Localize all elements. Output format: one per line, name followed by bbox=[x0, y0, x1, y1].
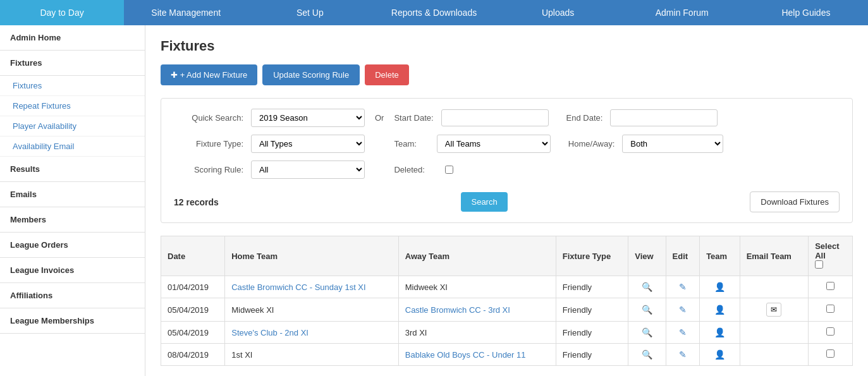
search-button[interactable]: Search bbox=[461, 192, 507, 212]
select-all-label: SelectAll bbox=[815, 241, 839, 260]
sidebar-item-affiliations[interactable]: Affiliations bbox=[0, 283, 145, 308]
sidebar-sub-player-availability[interactable]: Player Availability bbox=[0, 116, 145, 136]
cell-away-team: 3rd XI bbox=[398, 322, 556, 344]
edit-button[interactable]: ✎ bbox=[676, 281, 689, 293]
row-checkbox[interactable] bbox=[826, 327, 834, 336]
delete-button[interactable]: Delete bbox=[365, 64, 409, 85]
scoring-rule-select[interactable]: All Standard Custom bbox=[251, 161, 365, 179]
cell-fixture-type: Friendly bbox=[556, 298, 628, 322]
sidebar-sub-fixtures[interactable]: Fixtures bbox=[0, 76, 145, 96]
cell-select bbox=[809, 322, 853, 344]
nav-help-guides[interactable]: Help Guides bbox=[744, 0, 868, 25]
nav-admin-forum[interactable]: Admin Forum bbox=[620, 0, 744, 25]
team-select[interactable]: All Teams 1st XI 2nd XI 3rd XI Sunday 1s… bbox=[437, 135, 551, 153]
add-new-fixture-button[interactable]: ✚ + Add New Fixture bbox=[161, 64, 257, 85]
edit-button[interactable]: ✎ bbox=[676, 303, 689, 316]
th-edit: Edit bbox=[666, 236, 700, 276]
cell-view: 🔍 bbox=[628, 298, 666, 322]
view-button[interactable]: 🔍 bbox=[639, 281, 655, 293]
row-checkbox[interactable] bbox=[826, 349, 834, 358]
download-fixtures-button[interactable]: Download Fixtures bbox=[750, 191, 840, 212]
search-panel: Quick Search: 2019 Season 2018 Season 20… bbox=[161, 98, 853, 223]
quick-search-select[interactable]: 2019 Season 2018 Season 2017 Season bbox=[251, 109, 365, 127]
view-button[interactable]: 🔍 bbox=[639, 326, 655, 339]
team-button[interactable]: 👤 bbox=[712, 303, 728, 316]
sidebar-item-members[interactable]: Members bbox=[0, 207, 145, 233]
sidebar-sub-repeat-fixtures[interactable]: Repeat Fixtures bbox=[0, 96, 145, 116]
cell-fixture-type: Friendly bbox=[556, 344, 628, 366]
view-button[interactable]: 🔍 bbox=[639, 348, 655, 361]
edit-button[interactable]: ✎ bbox=[676, 348, 689, 361]
cell-home-team: 1st XI bbox=[225, 344, 399, 366]
th-view: View bbox=[628, 236, 666, 276]
cell-team: 👤 bbox=[700, 344, 740, 366]
home-team-link[interactable]: Castle Bromwich CC - Sunday 1st XI bbox=[231, 282, 365, 292]
th-home-team: Home Team bbox=[225, 236, 399, 276]
fixture-type-select[interactable]: All Types Friendly League Cup bbox=[251, 135, 365, 153]
cell-email-team: ✉ bbox=[740, 298, 809, 322]
home-away-select[interactable]: Both Home Away bbox=[622, 135, 723, 153]
sidebar: Admin Home Fixtures Fixtures Repeat Fixt… bbox=[0, 25, 145, 376]
away-team-link[interactable]: Castle Bromwich CC - 3rd XI bbox=[405, 305, 510, 315]
email-team-button[interactable]: ✉ bbox=[766, 303, 781, 317]
cell-away-team: Midweek XI bbox=[398, 276, 556, 298]
cell-edit: ✎ bbox=[666, 322, 700, 344]
nav-set-up[interactable]: Set Up bbox=[248, 0, 372, 25]
cell-view: 🔍 bbox=[628, 322, 666, 344]
update-scoring-rule-button[interactable]: Update Scoring Rule bbox=[262, 64, 360, 85]
page-title: Fixtures bbox=[161, 38, 853, 54]
th-away-team: Away Team bbox=[398, 236, 556, 276]
th-team: Team bbox=[700, 236, 740, 276]
plus-icon: ✚ bbox=[171, 70, 178, 80]
cell-email-team bbox=[740, 276, 809, 298]
add-fixture-label: + Add New Fixture bbox=[180, 70, 248, 80]
fixtures-table: Date Home Team Away Team Fixture Type Vi… bbox=[161, 236, 853, 366]
row-checkbox[interactable] bbox=[826, 282, 834, 290]
sidebar-item-league-orders[interactable]: League Orders bbox=[0, 233, 145, 258]
sidebar-sub-availability-email[interactable]: Availability Email bbox=[0, 136, 145, 157]
sidebar-item-league-invoices[interactable]: League Invoices bbox=[0, 258, 145, 283]
deleted-checkbox[interactable] bbox=[445, 166, 453, 174]
cell-email-team bbox=[740, 344, 809, 366]
nav-reports-downloads[interactable]: Reports & Downloads bbox=[372, 0, 496, 25]
sidebar-item-admin-home[interactable]: Admin Home bbox=[0, 25, 145, 51]
main-content: Fixtures ✚ + Add New Fixture Update Scor… bbox=[145, 25, 868, 376]
cell-view: 🔍 bbox=[628, 276, 666, 298]
edit-button[interactable]: ✎ bbox=[676, 326, 689, 339]
end-date-label: End Date: bbox=[566, 113, 603, 123]
cell-away-team: Castle Bromwich CC - 3rd XI bbox=[398, 298, 556, 322]
quick-search-label: Quick Search: bbox=[174, 113, 243, 123]
fixture-type-label: Fixture Type: bbox=[174, 139, 243, 149]
end-date-input[interactable] bbox=[610, 109, 718, 126]
search-row-2: Fixture Type: All Types Friendly League … bbox=[174, 135, 840, 153]
sidebar-item-league-memberships[interactable]: League Memberships bbox=[0, 308, 145, 334]
cell-select bbox=[809, 344, 853, 366]
start-date-input[interactable] bbox=[441, 109, 549, 126]
team-button[interactable]: 👤 bbox=[712, 348, 728, 361]
nav-uploads[interactable]: Uploads bbox=[496, 0, 620, 25]
sidebar-item-emails[interactable]: Emails bbox=[0, 182, 145, 207]
search-results-row: 12 records Search Download Fixtures bbox=[174, 186, 840, 212]
team-button[interactable]: 👤 bbox=[712, 326, 728, 339]
cell-view: 🔍 bbox=[628, 344, 666, 366]
sidebar-item-fixtures-header[interactable]: Fixtures bbox=[0, 51, 145, 76]
deleted-label: Deleted: bbox=[394, 165, 424, 174]
layout: Admin Home Fixtures Fixtures Repeat Fixt… bbox=[0, 25, 868, 376]
row-checkbox[interactable] bbox=[826, 305, 834, 313]
home-team-link[interactable]: Steve's Club - 2nd XI bbox=[231, 328, 309, 337]
team-label: Team: bbox=[394, 139, 416, 149]
view-button[interactable]: 🔍 bbox=[639, 303, 655, 316]
sidebar-item-results[interactable]: Results bbox=[0, 157, 145, 182]
start-date-label: Start Date: bbox=[394, 113, 433, 123]
away-team-link[interactable]: Bablake Old Boys CC - Under 11 bbox=[405, 350, 526, 360]
nav-day-to-day[interactable]: Day to Day bbox=[0, 0, 124, 25]
scoring-rule-label: Scoring Rule: bbox=[174, 165, 243, 174]
cell-team: 👤 bbox=[700, 298, 740, 322]
cell-team: 👤 bbox=[700, 322, 740, 344]
select-all-checkbox[interactable] bbox=[815, 260, 823, 269]
cell-email-team bbox=[740, 322, 809, 344]
action-buttons: ✚ + Add New Fixture Update Scoring Rule … bbox=[161, 64, 853, 85]
team-button[interactable]: 👤 bbox=[712, 281, 728, 293]
nav-site-management[interactable]: Site Management bbox=[124, 0, 248, 25]
cell-edit: ✎ bbox=[666, 298, 700, 322]
